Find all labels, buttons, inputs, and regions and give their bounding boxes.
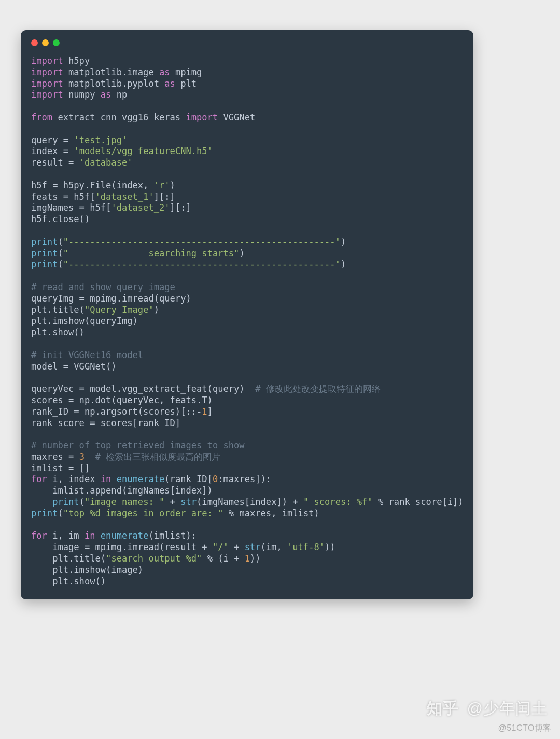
code-token: import <box>186 112 218 122</box>
code-token: % maxres, imlist) <box>223 508 319 518</box>
close-icon[interactable] <box>31 39 38 46</box>
code-token: + <box>164 497 180 507</box>
code-token: print <box>31 508 58 518</box>
code-token: plt.show() <box>31 327 85 337</box>
code-token <box>111 474 116 484</box>
code-token: ( <box>79 497 85 507</box>
code-token: import <box>31 78 63 89</box>
code-token: str <box>180 497 197 507</box>
code-token: rank_ID = np.argsort(scores)[::- <box>31 406 202 417</box>
code-token: plt.title( <box>31 305 85 315</box>
code-token: (im, <box>261 542 287 552</box>
code-token: 'r' <box>154 180 170 190</box>
code-token: # read and show query image <box>31 282 175 292</box>
code-token: # 检索出三张相似度最高的图片 <box>95 451 221 462</box>
code-token: maxres = <box>31 451 79 462</box>
code-token: 'dataset_1' <box>95 191 154 202</box>
code-token: " scores: %f" <box>303 497 373 507</box>
code-token: print <box>52 497 79 507</box>
code-token: ) <box>170 180 175 190</box>
code-token: in <box>101 474 111 484</box>
code-token: # init VGGNet16 model <box>31 350 143 360</box>
code-token: ( <box>58 237 63 247</box>
code-token: 3 <box>79 451 85 462</box>
code-token: ) <box>341 259 346 269</box>
code-token: ( <box>58 248 63 258</box>
code-token: queryVec = model.vgg_extract_feat(query) <box>31 384 255 394</box>
code-token: "Query Image" <box>85 305 154 315</box>
code-token: for <box>31 530 47 541</box>
code-token: plt.imshow(queryImg) <box>31 316 138 326</box>
code-token: + <box>229 542 245 552</box>
code-token: ][:] <box>170 202 191 213</box>
code-token: matplotlib.image <box>63 67 159 77</box>
zoom-icon[interactable] <box>53 39 60 46</box>
code-token: "search output %d" <box>106 553 202 564</box>
code-token: result = <box>31 157 79 168</box>
code-token: 'database' <box>79 157 133 168</box>
code-token: queryImg = mpimg.imread(query) <box>31 293 191 304</box>
code-token: 0 <box>213 474 218 484</box>
code-token: matplotlib.pyplot <box>63 78 165 89</box>
code-token: plt.imshow(image) <box>31 565 143 575</box>
code-token: scores = np.dot(queryVec, feats.T) <box>31 395 213 405</box>
code-token: imlist.append(imgNames[index]) <box>31 485 213 496</box>
minimize-icon[interactable] <box>42 39 49 46</box>
code-token: ( <box>58 508 63 518</box>
code-token: print <box>31 259 58 269</box>
code-token: import <box>31 67 63 77</box>
code-token: enumerate <box>101 530 149 541</box>
code-token: # 修改此处改变提取特征的网络 <box>255 384 381 394</box>
code-token: extract_cnn_vgg16_keras <box>52 112 186 122</box>
code-token: ) <box>239 248 244 258</box>
code-token: np <box>111 89 127 100</box>
code-token: image = mpimg.imread(result + <box>31 542 213 552</box>
code-token: imlist = [] <box>31 463 90 473</box>
code-token: # number of top retrieved images to show <box>31 440 245 450</box>
code-token: as <box>101 89 111 100</box>
code-token: from <box>31 112 52 122</box>
code-token: as <box>159 67 170 77</box>
code-token: model = VGGNet() <box>31 361 117 372</box>
code-token: (imgNames[index]) + <box>197 497 303 507</box>
code-token: )) <box>325 542 335 552</box>
code-token: print <box>31 237 58 247</box>
code-token: VGGNet <box>218 112 255 122</box>
code-token <box>85 451 95 462</box>
code-token: as <box>164 78 175 89</box>
code-token: for <box>31 474 47 484</box>
code-token: % (i + <box>202 553 244 564</box>
code-window: import h5py import matplotlib.image as m… <box>21 30 473 599</box>
code-token: "image names: " <box>85 497 164 507</box>
code-token: print <box>31 248 58 258</box>
code-token: 'utf-8' <box>287 542 325 552</box>
code-token: "top %d images in order are: " <box>63 508 223 518</box>
code-token: "---------------------------------------… <box>63 259 341 269</box>
code-token: i, index <box>47 474 101 484</box>
code-token: % rank_score[i]) <box>373 497 464 507</box>
code-token: (imlist): <box>148 530 197 541</box>
code-token: in <box>85 530 95 541</box>
code-token: 'dataset_2' <box>111 202 170 213</box>
code-token: ] <box>207 406 213 417</box>
code-token <box>95 530 101 541</box>
code-token: plt <box>175 78 197 89</box>
zhihu-logo-text: 知乎 <box>427 700 459 717</box>
zhihu-user: @少年闰土 <box>467 700 548 717</box>
code-token: h5f = h5py.File(index, <box>31 180 154 190</box>
code-token: 1 <box>202 406 207 417</box>
code-token <box>31 497 52 507</box>
code-token: " searching starts" <box>63 248 240 258</box>
code-token: ][:] <box>154 191 175 202</box>
page: import h5py import matplotlib.image as m… <box>0 0 560 739</box>
code-token: import <box>31 56 63 66</box>
code-token: str <box>245 542 261 552</box>
code-token: imgNames = h5f[ <box>31 202 111 213</box>
code-token: plt.show() <box>31 576 106 586</box>
code-token: h5py <box>63 56 90 66</box>
code-token: ) <box>154 305 159 315</box>
code-token: numpy <box>63 89 101 100</box>
code-token: 'test.jpg' <box>74 135 127 145</box>
code-token: ( <box>58 259 63 269</box>
code-token: "/" <box>213 542 229 552</box>
